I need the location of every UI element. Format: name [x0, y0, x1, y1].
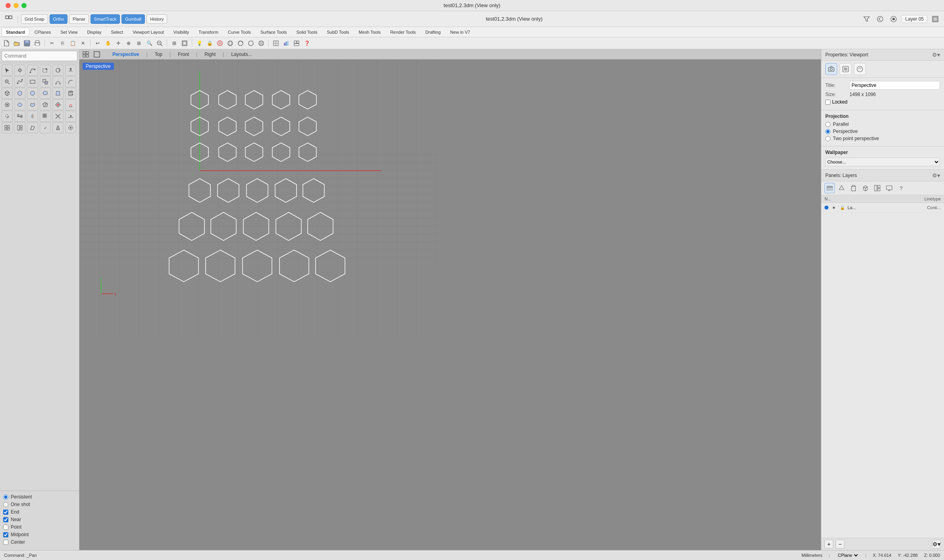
lock-icon[interactable]: 🔒: [205, 38, 214, 48]
locked-row[interactable]: Locked: [825, 99, 940, 105]
two-point-radio[interactable]: [825, 136, 830, 141]
parallel-radio[interactable]: [825, 122, 830, 127]
sphere2-tool[interactable]: [27, 88, 38, 99]
dimension-tool[interactable]: [65, 111, 76, 122]
point-select-tool[interactable]: [14, 65, 25, 76]
properties-object-icon[interactable]: [854, 63, 866, 75]
center-option[interactable]: Center: [3, 539, 76, 545]
walk-tool[interactable]: [65, 65, 76, 76]
cube-icon[interactable]: [860, 183, 871, 193]
menu-tab-drafting[interactable]: Drafting: [421, 28, 445, 37]
perspective-viewport[interactable]: Perspective: [79, 60, 821, 550]
locked-checkbox[interactable]: [825, 100, 830, 105]
object-properties-icon[interactable]: [836, 183, 847, 193]
layers-gear-icon[interactable]: ⚙▾: [932, 172, 940, 179]
camera-icon[interactable]: [825, 63, 837, 75]
cup-tool[interactable]: [52, 88, 64, 99]
help-panel-icon[interactable]: ?: [896, 183, 906, 193]
sub-object-select-tool[interactable]: [40, 76, 51, 87]
filter-icon[interactable]: [861, 13, 872, 25]
select-tool[interactable]: [2, 65, 13, 76]
back-icon[interactable]: [875, 13, 886, 25]
bevel-tool[interactable]: [27, 122, 38, 133]
cylinder-tool[interactable]: [40, 88, 51, 99]
perspective-view-icon[interactable]: [180, 38, 189, 48]
maximize-view-icon[interactable]: [93, 50, 101, 58]
menu-tab-solid-tools[interactable]: Solid Tools: [292, 28, 322, 37]
menu-tab-select[interactable]: Select: [107, 28, 128, 37]
maximize-button[interactable]: [21, 3, 27, 8]
layouts-tab[interactable]: Layouts...: [227, 51, 256, 58]
material-icon[interactable]: [236, 38, 245, 48]
delete-icon[interactable]: ✕: [78, 38, 88, 48]
move-obj-tool[interactable]: [2, 111, 13, 122]
display-mode-icon[interactable]: [840, 63, 852, 75]
light-icon[interactable]: 💡: [195, 38, 204, 48]
snap-to-tool[interactable]: [65, 122, 76, 133]
render-icon[interactable]: [215, 38, 225, 48]
minimize-button[interactable]: [13, 3, 19, 8]
help-icon[interactable]: ❓: [302, 38, 312, 48]
gumball-button[interactable]: Gumball: [121, 14, 145, 24]
menu-tab-render-tools[interactable]: Render Tools: [386, 28, 420, 37]
checkmark-tool[interactable]: ✓: [40, 122, 51, 133]
undo-icon[interactable]: ↩: [93, 38, 102, 48]
menu-tab-viewport-layout[interactable]: Viewport Layout: [128, 28, 168, 37]
curve-from-obj-tool[interactable]: [52, 76, 64, 87]
mirror-tool[interactable]: [27, 111, 38, 122]
viewport-icon[interactable]: [930, 13, 941, 25]
grid-icon[interactable]: ⊞: [170, 38, 179, 48]
array-tool[interactable]: [40, 111, 51, 122]
parallel-option[interactable]: Parallel: [825, 121, 940, 127]
layout-icon[interactable]: [292, 38, 301, 48]
persistent-option[interactable]: Persistent: [3, 494, 76, 500]
zebra-icon[interactable]: [256, 38, 266, 48]
menu-tab-visibility[interactable]: Visibility: [169, 28, 194, 37]
zoom-window-icon[interactable]: ⊞: [134, 38, 144, 48]
right-tab[interactable]: Right: [200, 51, 220, 58]
one-shot-radio[interactable]: [3, 502, 8, 507]
front-tab[interactable]: Front: [174, 51, 193, 58]
planar-button[interactable]: Planar: [69, 14, 89, 24]
midpoint-option[interactable]: Midpoint: [3, 532, 76, 537]
close-button[interactable]: [6, 3, 11, 8]
mesh-tool[interactable]: [40, 99, 51, 110]
midpoint-checkbox[interactable]: [3, 532, 8, 537]
point-checkbox[interactable]: [3, 525, 8, 530]
menu-tab-mesh-tools[interactable]: Mesh Tools: [354, 28, 385, 37]
layer-display[interactable]: Layer 05: [902, 15, 927, 23]
copy-icon[interactable]: ⎘: [58, 38, 67, 48]
menu-tab-curve-tools[interactable]: Curve Tools: [223, 28, 255, 37]
layout-panel-icon[interactable]: [872, 183, 882, 193]
zoom-out-icon[interactable]: [155, 38, 164, 48]
taper-tool[interactable]: [52, 122, 64, 133]
polyline-tool[interactable]: [14, 76, 25, 87]
scale-tool[interactable]: [52, 111, 64, 122]
rotate-view-tool[interactable]: [52, 65, 64, 76]
perspective-tab[interactable]: Perspective: [108, 51, 143, 58]
layer-settings-button[interactable]: ⚙▾: [932, 540, 941, 548]
smarttrack-button[interactable]: SmartTrack: [91, 14, 120, 24]
end-option[interactable]: End: [3, 509, 76, 515]
pan-icon[interactable]: ✋: [103, 38, 113, 48]
rectangle-tool[interactable]: [27, 76, 38, 87]
perspective-radio[interactable]: [825, 129, 830, 134]
grid-snap-button[interactable]: Grid Snap: [21, 14, 48, 24]
zoom-in-icon[interactable]: 🔍: [144, 38, 154, 48]
menu-tab-display[interactable]: Display: [83, 28, 106, 37]
remove-layer-button[interactable]: −: [836, 540, 844, 548]
persistent-radio[interactable]: [3, 495, 8, 500]
transform-tool[interactable]: [52, 99, 64, 110]
menu-tab-new-v7[interactable]: New in V7: [446, 28, 474, 37]
monitor-icon[interactable]: [884, 183, 894, 193]
save-icon[interactable]: [22, 38, 32, 48]
open-icon[interactable]: [12, 38, 21, 48]
two-point-option[interactable]: Two point perspective: [825, 136, 940, 141]
point-option[interactable]: Point: [3, 524, 76, 530]
cplane-select[interactable]: CPlane: [836, 551, 859, 559]
solid-edit-tool[interactable]: [14, 88, 25, 99]
new-icon[interactable]: [2, 38, 11, 48]
clipboard-icon[interactable]: [848, 183, 859, 193]
top-tab[interactable]: Top: [151, 51, 166, 58]
nurbs-tool[interactable]: [27, 99, 38, 110]
